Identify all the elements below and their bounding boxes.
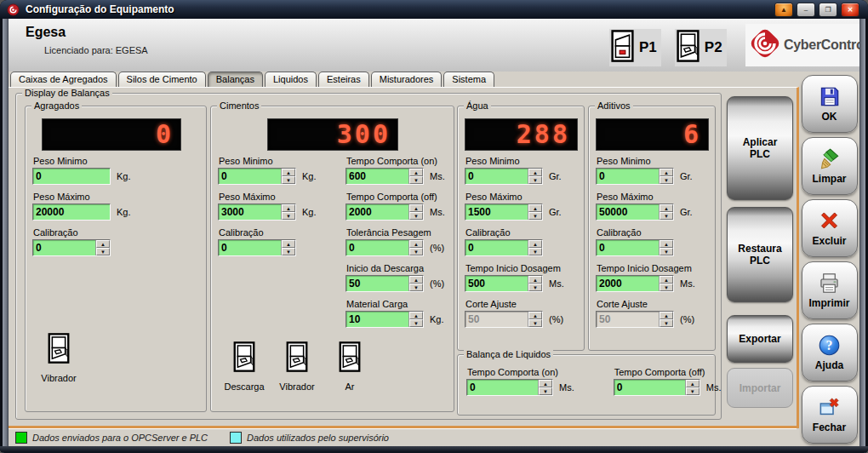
tempo-inicio-dosagem-input[interactable] (597, 276, 659, 291)
spinner-up-button[interactable]: ▲ (528, 276, 542, 284)
tempo-comporta-on-input[interactable] (346, 169, 408, 184)
spinner-up-button[interactable]: ▲ (409, 312, 423, 319)
spinner-down-button[interactable]: ▼ (409, 319, 423, 327)
tab-balancas[interactable]: Balanças (208, 72, 263, 87)
tab-caixas-de-agregados[interactable]: Caixas de Agregados (10, 72, 117, 87)
spinner-down-button[interactable]: ▼ (96, 248, 110, 255)
spinner-up-button[interactable]: ▲ (282, 204, 295, 212)
ok-button[interactable]: OK (802, 75, 858, 133)
spinner-up-button[interactable]: ▲ (282, 169, 295, 176)
spinner-up-button[interactable]: ▲ (409, 240, 423, 248)
minimize-button[interactable]: – (797, 3, 815, 17)
peso-minimo-input[interactable] (33, 169, 110, 184)
tempo-comporta-off-input[interactable] (614, 380, 685, 395)
app-window: Configuração do Equipamento ▲–❐✕ Egesa L… (0, 0, 868, 453)
peso-maximo-input[interactable] (597, 204, 659, 220)
unit-label: Kg. (117, 171, 131, 181)
spinner-up-button[interactable]: ▲ (686, 380, 700, 387)
maximize-button[interactable]: ❐ (819, 3, 837, 17)
calibracao-input[interactable] (465, 240, 528, 255)
ar-switch[interactable]: Ar (323, 341, 376, 392)
calibracao-input[interactable] (597, 240, 659, 255)
display-balancas-group: Display de Balanças Agragados 0 Peso Min… (15, 93, 722, 420)
exportar-button[interactable]: Exportar (727, 315, 793, 363)
spinner-down-button[interactable]: ▼ (409, 248, 423, 255)
spinner-down-button[interactable]: ▼ (660, 176, 673, 184)
p-switch-p2[interactable]: P2 (675, 29, 727, 66)
limpar-button[interactable]: Limpar (802, 137, 858, 195)
switch-off-icon (339, 360, 361, 375)
spinner-down-button[interactable]: ▼ (409, 284, 423, 291)
spinner-down-button[interactable]: ▼ (660, 284, 673, 291)
spinner-down-button[interactable]: ▼ (660, 248, 673, 255)
fechar-button[interactable]: Fechar (802, 386, 858, 444)
spinner-down-button[interactable]: ▼ (528, 248, 542, 255)
vibrador-switch[interactable]: Vibrador (271, 341, 323, 392)
spinner-down-button[interactable]: ▼ (282, 212, 295, 220)
spinner-up-button[interactable]: ▲ (96, 240, 110, 248)
inicio-da-descarga-input[interactable] (346, 276, 408, 291)
license-text: Licenciado para: EGESA (44, 45, 148, 55)
spinner-up-button[interactable]: ▲ (660, 204, 673, 212)
ajuda-button[interactable]: ?Ajuda (802, 324, 858, 381)
peso-minimo-input[interactable] (219, 169, 281, 184)
tab-esteiras[interactable]: Esteiras (318, 72, 369, 87)
clean-icon (818, 147, 841, 170)
spinner-down-button[interactable]: ▼ (686, 387, 700, 395)
rollup-button[interactable]: ▲ (774, 3, 793, 17)
restaura-plc-button[interactable]: Restaura PLC (727, 207, 793, 302)
spinner-up-button: ▲ (528, 312, 542, 319)
peso-minimo-fieldbox: ▲▼ (596, 168, 674, 185)
calibracao-input[interactable] (33, 240, 95, 255)
p-switch-p1[interactable]: P1 (609, 29, 661, 66)
spinner-up-button[interactable]: ▲ (528, 169, 542, 176)
spinner-down-button[interactable]: ▼ (528, 284, 542, 291)
material-carga-input[interactable] (346, 312, 408, 327)
p-switch-label: P2 (705, 39, 722, 56)
client-area: Caixas de AgregadosSilos de CimentoBalan… (9, 72, 859, 446)
spinner-up-button[interactable]: ▲ (660, 276, 673, 284)
tab-misturadores[interactable]: Misturadores (371, 72, 443, 87)
peso-minimo-input[interactable] (465, 169, 528, 184)
tolerancia-pesagem-input[interactable] (346, 240, 408, 255)
spinner-down-button[interactable]: ▼ (660, 212, 673, 220)
spinner-up-button[interactable]: ▲ (528, 240, 542, 248)
excluir-button[interactable]: Excluir (802, 199, 858, 257)
panel-agregados: Agragados 0 Peso MinimoKg.Peso MáximoKg.… (25, 106, 207, 412)
spinner-down-button[interactable]: ▼ (539, 387, 552, 395)
spinner-up-button[interactable]: ▲ (409, 169, 423, 176)
aplicar-plc-button[interactable]: Aplicar PLC (727, 96, 793, 200)
peso-minimo-input[interactable] (597, 169, 659, 184)
tempo-comporta-off-input[interactable] (346, 204, 408, 220)
spinner-up-button[interactable]: ▲ (282, 240, 295, 248)
calibracao-input[interactable] (219, 240, 281, 255)
descarga-switch[interactable]: Descarga (218, 341, 271, 392)
spinner-down-button[interactable]: ▼ (409, 212, 423, 220)
spinner-down-button[interactable]: ▼ (282, 176, 295, 184)
spinner-down-button[interactable]: ▼ (528, 176, 542, 184)
spinner-up-button[interactable]: ▲ (528, 204, 542, 212)
imprimir-button[interactable]: Imprimir (802, 261, 858, 319)
peso-maximo-input[interactable] (219, 204, 281, 220)
spinner: ▲▼ (95, 240, 110, 255)
spinner-up-button[interactable]: ▲ (660, 240, 673, 248)
spinner-down-button[interactable]: ▼ (282, 248, 295, 255)
vibrador-switch[interactable]: Vibrador (32, 333, 85, 383)
tempo-comporta-on-input[interactable] (467, 380, 538, 395)
app-icon (7, 3, 20, 16)
spinner-up-button[interactable]: ▲ (409, 276, 423, 284)
tempo-inicio-dosagem-input[interactable] (465, 276, 528, 291)
spinner-up-button[interactable]: ▲ (539, 380, 552, 387)
peso-maximo-input[interactable] (33, 204, 110, 220)
tab-silos-de-cimento[interactable]: Silos de Cimento (118, 72, 206, 87)
tab-liquidos[interactable]: Liquidos (265, 72, 317, 87)
close-button[interactable]: ✕ (841, 3, 859, 17)
window-frame-bottom (0, 446, 868, 453)
tab-sistema[interactable]: Sistema (443, 72, 494, 87)
spinner-down-button[interactable]: ▼ (409, 176, 423, 184)
unit-label: (%) (680, 314, 694, 324)
spinner-up-button[interactable]: ▲ (660, 169, 673, 176)
peso-maximo-input[interactable] (465, 204, 528, 220)
spinner-down-button[interactable]: ▼ (528, 212, 542, 220)
spinner-up-button[interactable]: ▲ (409, 204, 423, 212)
